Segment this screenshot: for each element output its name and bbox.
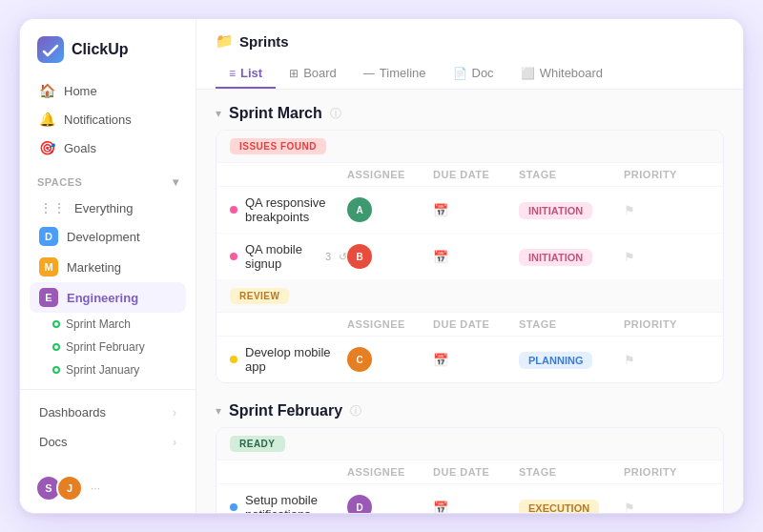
task-name: Develop mobile app — [230, 345, 347, 374]
stage-header2: STAGE — [519, 318, 624, 330]
sidebar-sprint-january[interactable]: Sprint January — [45, 358, 186, 381]
tab-whiteboard[interactable]: ⬜ Whiteboard — [507, 59, 616, 89]
review-status-row: REVIEW — [217, 280, 723, 313]
sidebar-item-notifications[interactable]: 🔔 Notifications — [30, 105, 186, 133]
task-label: QA responsive breakpoints — [245, 195, 347, 224]
tab-list[interactable]: ≡ List — [216, 59, 276, 89]
chevron-down-icon: ▾ — [173, 175, 179, 189]
table-row[interactable]: Setup mobile notifications D 📅 EXECUTION — [217, 484, 723, 513]
sidebar-item-everything[interactable]: ⋮⋮ Everything — [30, 194, 186, 221]
issues-found-badge: ISSUES FOUND — [230, 138, 326, 154]
sidebar-item-docs[interactable]: Docs › — [30, 427, 186, 457]
docs-label: Docs — [39, 435, 68, 449]
sprint-march-title: Sprint March — [229, 105, 322, 122]
chevron-down-february-icon: ▾ — [216, 404, 221, 418]
marketing-label: Marketing — [67, 260, 121, 275]
sidebar-item-goals[interactable]: 🎯 Goals — [30, 133, 186, 162]
assignee-header3: ASSIGNEE — [347, 466, 433, 478]
sidebar-item-home[interactable]: 🏠 Home — [30, 76, 186, 105]
due-date-cell: 📅 — [433, 203, 519, 217]
avatar-j: J — [56, 475, 83, 501]
sidebar-item-development[interactable]: D Development — [30, 221, 186, 252]
sidebar-sprint-february[interactable]: Sprint February — [45, 336, 186, 358]
task-dot-icon — [230, 356, 237, 363]
info-march-icon: ⓘ — [330, 106, 341, 122]
duedate-header3: DUE DATE — [433, 466, 519, 478]
whiteboard-icon: ⬜ — [521, 67, 535, 80]
assignee-header: ASSIGNEE — [347, 169, 433, 180]
dashboards-label: Dashboards — [39, 405, 106, 419]
stage-header3: STAGE — [519, 466, 624, 478]
stage-cell: EXECUTION — [519, 501, 624, 514]
grid-icon: ⋮⋮ — [39, 200, 66, 215]
sprint-march-nav-label: Sprint March — [66, 317, 131, 331]
assignee-cell: B — [347, 244, 433, 269]
main-content: ▾ Sprint March ⓘ ISSUES FOUND ASSIGNEE D… — [196, 90, 743, 513]
march-review-col-headers: ASSIGNEE DUE DATE STAGE PRIORITY — [217, 313, 723, 337]
list-icon: ≡ — [229, 67, 236, 80]
assignee-cell: A — [347, 197, 433, 222]
stage-header: STAGE — [519, 169, 624, 180]
sidebar-item-dashboards[interactable]: Dashboards › — [30, 398, 186, 427]
development-dot: D — [39, 227, 58, 246]
sprint-february-header[interactable]: ▾ Sprint February ⓘ — [216, 402, 724, 419]
goals-icon: 🎯 — [39, 140, 55, 155]
due-date-cell: 📅 — [433, 353, 519, 367]
everything-label: Everything — [74, 201, 133, 215]
avatar: B — [347, 244, 372, 269]
calendar-icon: 📅 — [433, 501, 448, 514]
priority-icon: ⚑ — [624, 250, 635, 264]
sprint-february-table: READY ASSIGNEE DUE DATE STAGE PRIORITY S… — [216, 427, 724, 513]
priority-header2: PRIORITY — [624, 318, 710, 330]
sprint-march-section: ▾ Sprint March ⓘ ISSUES FOUND ASSIGNEE D… — [216, 105, 724, 383]
avatar: D — [347, 495, 372, 513]
sidebar-sprint-march[interactable]: Sprint March — [45, 313, 186, 336]
more-dots: ··· — [91, 481, 100, 495]
sprint-february-title: Sprint February — [229, 402, 342, 419]
assignee-cell: D — [347, 495, 433, 513]
tab-timeline[interactable]: — Timeline — [350, 59, 440, 89]
main-header: 📁 Sprints ≡ List ⊞ Board — Timeline 📄 — [196, 19, 743, 90]
sidebar: ClickUp 🏠 Home 🔔 Notifications 🎯 Goals S… — [20, 19, 196, 513]
sidebar-item-engineering[interactable]: E Engineering — [30, 282, 186, 313]
assignee-header2: ASSIGNEE — [347, 318, 433, 330]
priority-header3: PRIORITY — [624, 466, 710, 478]
stage-cell: PLANNING — [519, 353, 624, 367]
february-col-headers: ASSIGNEE DUE DATE STAGE PRIORITY — [217, 460, 723, 484]
task-name: Setup mobile notifications — [230, 493, 347, 513]
sprint-february-circle — [52, 343, 60, 351]
due-date-cell: 📅 — [433, 501, 519, 514]
sidebar-item-marketing[interactable]: M Marketing — [30, 252, 186, 282]
spaces-header: Spaces ▾ — [20, 162, 196, 194]
avatar: A — [347, 197, 372, 222]
tab-board-label: Board — [303, 66, 337, 80]
review-badge: REVIEW — [230, 288, 289, 304]
issues-found-status-row: ISSUES FOUND — [217, 131, 723, 163]
task-label: Develop mobile app — [245, 345, 347, 374]
priority-icon: ⚑ — [624, 501, 635, 514]
sidebar-notifications-label: Notifications — [64, 113, 132, 127]
table-row[interactable]: QA mobile signup 3 ↺ B 📅 INITIATION — [217, 234, 723, 280]
task-name: QA mobile signup 3 ↺ — [230, 242, 347, 271]
tab-board[interactable]: ⊞ Board — [276, 59, 350, 89]
sprint-march-header[interactable]: ▾ Sprint March ⓘ — [216, 105, 724, 122]
task-name: QA responsive breakpoints — [230, 195, 347, 224]
sprint-march-table: ISSUES FOUND ASSIGNEE DUE DATE STAGE PRI… — [216, 130, 724, 383]
ready-badge: READY — [230, 436, 285, 452]
sprint-nav-list: Sprint March Sprint February Sprint Janu… — [20, 313, 196, 381]
table-row[interactable]: Develop mobile app C 📅 PLANNING ⚑ — [217, 337, 723, 382]
folder-icon: 📁 — [216, 32, 234, 50]
priority-header: PRIORITY — [624, 169, 710, 180]
stage-badge: EXECUTION — [519, 500, 599, 514]
doc-icon: 📄 — [453, 67, 467, 80]
chevron-down-march-icon: ▾ — [216, 107, 221, 120]
due-date-cell: 📅 — [433, 250, 519, 264]
tab-list-label: List — [240, 66, 262, 80]
table-row[interactable]: QA responsive breakpoints A 📅 INITIATION — [217, 187, 723, 234]
task-dot-icon — [230, 253, 237, 260]
tab-doc[interactable]: 📄 Doc — [440, 59, 507, 89]
priority-icon: ⚑ — [624, 353, 635, 367]
development-label: Development — [67, 230, 140, 244]
task-dot-icon — [230, 503, 237, 511]
engineering-dot: E — [39, 288, 58, 307]
